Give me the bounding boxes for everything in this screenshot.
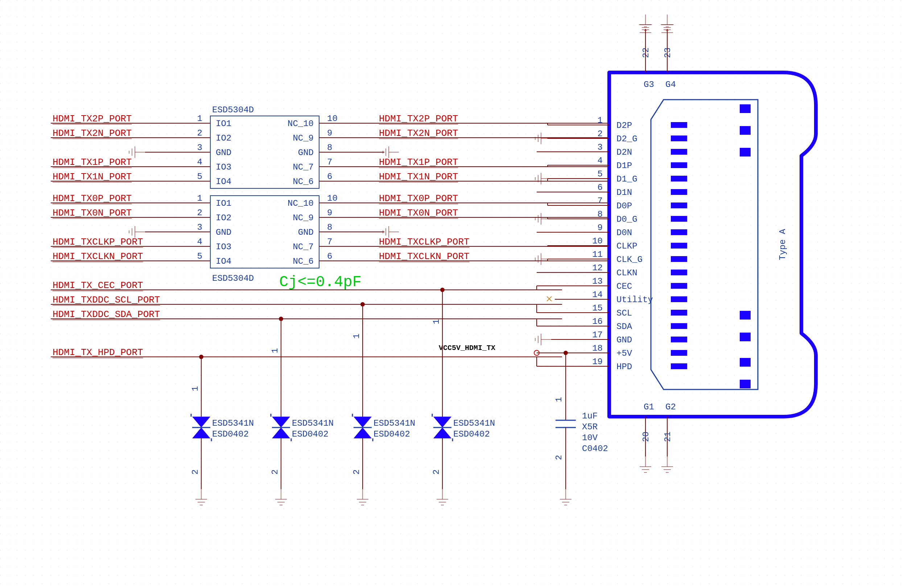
net-label: HDMI_TX2N_PORT bbox=[52, 128, 132, 139]
svg-text:8: 8 bbox=[327, 222, 332, 232]
tvs-part: ESD5341N bbox=[212, 418, 254, 428]
svg-text:3: 3 bbox=[197, 222, 202, 232]
svg-text:3: 3 bbox=[197, 143, 202, 153]
svg-text:NC_10: NC_10 bbox=[288, 199, 314, 208]
svg-text:X5R: X5R bbox=[582, 422, 597, 432]
svg-text:NC_7: NC_7 bbox=[292, 242, 314, 252]
tvs-package: ESD0402 bbox=[212, 429, 249, 439]
svg-rect-132 bbox=[671, 363, 687, 369]
power-net-label: VCC5V_HDMI_TX bbox=[439, 344, 495, 352]
svg-rect-135 bbox=[740, 148, 751, 156]
svg-text:15: 15 bbox=[592, 303, 603, 313]
svg-text:NC_9: NC_9 bbox=[292, 213, 314, 223]
svg-text:5: 5 bbox=[597, 169, 603, 179]
esd-bottom-label: ESD5304D bbox=[212, 274, 254, 283]
connector-pin-label: D2_G bbox=[616, 134, 637, 144]
net-label: HDMI_TX2P_PORT bbox=[52, 114, 132, 124]
annotation-cj: Cj<=0.4pF bbox=[279, 274, 362, 291]
svg-text:2: 2 bbox=[431, 470, 441, 474]
svg-rect-133 bbox=[740, 104, 751, 113]
svg-text:GND: GND bbox=[298, 227, 314, 237]
net-label: HDMI_TXCLKP_PORT bbox=[52, 236, 143, 247]
svg-text:11: 11 bbox=[592, 250, 603, 259]
connector-pin-label: D1P bbox=[616, 161, 632, 171]
net-label: HDMI_TXCLKP_PORT bbox=[379, 236, 469, 247]
net-label: HDMI_TX_CEC_PORT bbox=[52, 280, 143, 291]
svg-text:6: 6 bbox=[327, 172, 332, 181]
net-label: HDMI_TX0P_PORT bbox=[52, 193, 132, 204]
svg-text:6: 6 bbox=[597, 183, 603, 192]
svg-text:20: 20 bbox=[641, 432, 651, 442]
svg-rect-125 bbox=[671, 270, 687, 275]
svg-point-341 bbox=[279, 317, 283, 321]
cap-value: 1uF bbox=[582, 411, 597, 421]
svg-text:17: 17 bbox=[592, 330, 603, 340]
svg-text:1: 1 bbox=[597, 115, 603, 125]
svg-text:9: 9 bbox=[327, 208, 332, 218]
svg-text:IO4: IO4 bbox=[216, 257, 231, 266]
svg-text:NC_7: NC_7 bbox=[292, 162, 314, 172]
svg-text:2: 2 bbox=[554, 455, 564, 460]
net-label: HDMI_TX0N_PORT bbox=[52, 208, 132, 219]
svg-point-342 bbox=[360, 302, 365, 306]
svg-rect-136 bbox=[740, 311, 751, 320]
svg-text:1: 1 bbox=[190, 386, 200, 391]
svg-text:10: 10 bbox=[592, 236, 603, 246]
svg-text:NC_9: NC_9 bbox=[292, 133, 314, 143]
svg-text:18: 18 bbox=[592, 344, 603, 353]
connector-pin-label: Utility bbox=[616, 295, 653, 305]
svg-text:1: 1 bbox=[197, 114, 202, 123]
svg-rect-139 bbox=[740, 380, 751, 388]
svg-text:IO1: IO1 bbox=[216, 119, 231, 129]
svg-text:9: 9 bbox=[327, 128, 332, 138]
svg-text:7: 7 bbox=[327, 237, 332, 247]
connector-pin-label: SDA bbox=[616, 322, 632, 331]
svg-text:10V: 10V bbox=[582, 433, 598, 443]
svg-text:4: 4 bbox=[597, 156, 603, 166]
svg-point-340 bbox=[199, 355, 204, 359]
svg-text:2: 2 bbox=[190, 470, 200, 474]
svg-text:G1: G1 bbox=[644, 402, 654, 412]
svg-text:NC_6: NC_6 bbox=[292, 257, 314, 266]
connector-pin-label: GND bbox=[616, 335, 632, 345]
svg-rect-127 bbox=[671, 296, 687, 302]
svg-rect-134 bbox=[740, 126, 751, 135]
svg-text:G4: G4 bbox=[665, 80, 676, 90]
connector-pin-label: D0P bbox=[616, 201, 632, 211]
net-label: HDMI_TX1N_PORT bbox=[52, 171, 132, 182]
connector-pin-label: HPD bbox=[616, 362, 632, 372]
svg-rect-122 bbox=[671, 229, 687, 235]
svg-rect-130 bbox=[671, 337, 687, 342]
svg-point-343 bbox=[440, 288, 444, 292]
svg-rect-119 bbox=[671, 189, 687, 195]
svg-point-344 bbox=[564, 351, 568, 355]
svg-text:8: 8 bbox=[327, 143, 332, 153]
connector-pin-label: D1_G bbox=[616, 174, 637, 184]
svg-rect-120 bbox=[671, 203, 687, 208]
svg-text:5: 5 bbox=[197, 172, 202, 181]
svg-rect-117 bbox=[671, 162, 687, 168]
svg-text:GND: GND bbox=[216, 227, 231, 237]
svg-text:IO2: IO2 bbox=[216, 213, 231, 223]
svg-text:1: 1 bbox=[197, 194, 202, 203]
svg-text:1: 1 bbox=[431, 319, 441, 324]
svg-text:7: 7 bbox=[327, 157, 332, 167]
schematic-canvas: HDMI_TX2P_PORTHDMI_TX2N_PORTHDMI_TX1P_PO… bbox=[0, 0, 904, 588]
tvs-part: ESD5341N bbox=[373, 418, 415, 428]
svg-rect-121 bbox=[671, 216, 687, 222]
connector-pin-label: CEC bbox=[616, 282, 632, 291]
svg-text:7: 7 bbox=[597, 196, 603, 206]
svg-text:IO3: IO3 bbox=[216, 162, 231, 172]
svg-text:22: 22 bbox=[641, 47, 651, 58]
tvs-part: ESD5341N bbox=[292, 418, 333, 428]
svg-text:13: 13 bbox=[592, 276, 603, 286]
svg-rect-126 bbox=[671, 283, 687, 289]
svg-rect-1 bbox=[0, 0, 904, 588]
svg-rect-118 bbox=[671, 176, 687, 181]
svg-text:19: 19 bbox=[592, 357, 603, 367]
cap-package: C0402 bbox=[582, 444, 608, 454]
svg-text:9: 9 bbox=[597, 223, 603, 233]
svg-text:8: 8 bbox=[597, 210, 603, 219]
svg-text:2: 2 bbox=[197, 128, 202, 138]
svg-rect-131 bbox=[671, 350, 687, 356]
